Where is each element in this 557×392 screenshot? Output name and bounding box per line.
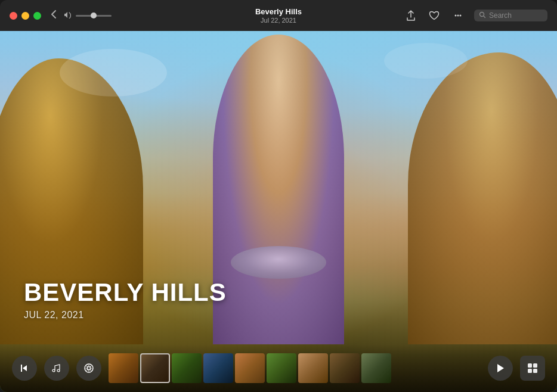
thumbnails-strip	[109, 353, 481, 384]
maximize-button[interactable]	[33, 12, 41, 20]
more-button[interactable]	[450, 8, 466, 23]
svg-rect-9	[533, 369, 537, 373]
svg-rect-8	[528, 369, 532, 373]
cloud-1	[60, 49, 167, 97]
thumbnail-4[interactable]	[203, 353, 233, 383]
share-button[interactable]	[404, 8, 418, 23]
photo-title: BEVERLY HILLS	[24, 279, 227, 306]
svg-point-1	[457, 15, 459, 17]
svg-point-0	[455, 15, 457, 17]
svg-rect-7	[533, 363, 537, 368]
traffic-lights	[10, 12, 41, 20]
svg-rect-6	[528, 363, 532, 368]
thumbnail-8[interactable]	[330, 353, 360, 383]
photo-background	[0, 31, 557, 392]
svg-point-5	[88, 367, 91, 370]
close-button[interactable]	[10, 12, 17, 20]
search-area[interactable]	[474, 10, 547, 21]
volume-icon	[64, 11, 72, 20]
app-window: Beverly Hills Jul 22, 2021	[0, 0, 557, 392]
thumbnail-7[interactable]	[298, 353, 328, 383]
volume-thumb	[91, 13, 97, 18]
photo-text-overlay: BEVERLY HILLS JUL 22, 2021	[24, 279, 227, 321]
volume-control[interactable]	[64, 11, 112, 20]
window-subtitle: Jul 22, 2021	[255, 17, 302, 24]
thumbnail-2[interactable]	[140, 353, 170, 383]
effects-button[interactable]	[76, 356, 101, 381]
favorite-button[interactable]	[426, 8, 442, 23]
svg-point-2	[460, 15, 462, 17]
titlebar-center: Beverly Hills Jul 22, 2021	[255, 7, 302, 24]
titlebar-right	[404, 8, 547, 23]
search-input[interactable]	[489, 11, 543, 20]
previous-button[interactable]	[12, 356, 37, 381]
search-icon	[479, 11, 486, 20]
play-button[interactable]	[488, 356, 513, 381]
thumbnail-1[interactable]	[109, 353, 138, 383]
music-button[interactable]	[44, 356, 69, 381]
bottom-bar	[0, 344, 557, 392]
thumbnail-6[interactable]	[267, 353, 296, 383]
thumbnail-3[interactable]	[172, 353, 202, 383]
thumbnail-9[interactable]	[361, 353, 391, 383]
cloud-2	[384, 43, 468, 79]
back-button[interactable]	[48, 7, 59, 24]
svg-point-3	[480, 13, 484, 17]
photo-date: JUL 22, 2021	[24, 310, 227, 321]
volume-slider[interactable]	[76, 15, 112, 17]
person-center	[213, 35, 344, 344]
thumbnail-5[interactable]	[235, 353, 265, 383]
window-title: Beverly Hills	[255, 7, 302, 17]
hat	[231, 246, 326, 279]
grid-view-button[interactable]	[520, 356, 545, 381]
main-photo-area: BEVERLY HILLS JUL 22, 2021	[0, 31, 557, 392]
titlebar: Beverly Hills Jul 22, 2021	[0, 0, 557, 31]
minimize-button[interactable]	[21, 12, 29, 20]
